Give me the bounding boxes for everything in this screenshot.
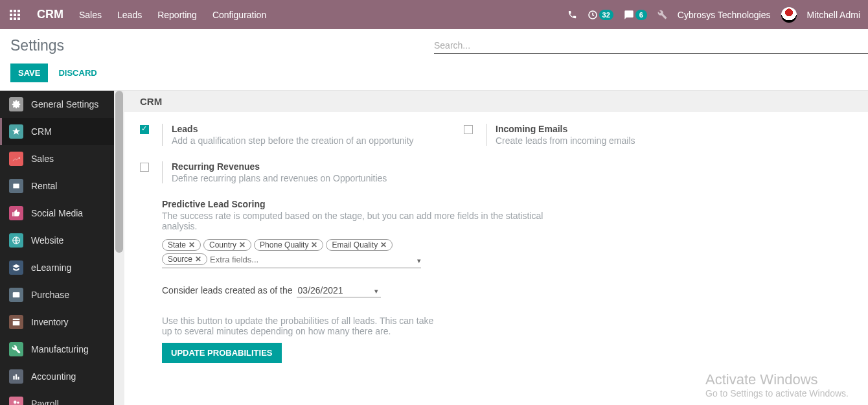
svg-rect-2 [17,10,20,12]
key-icon [9,179,23,193]
search-input[interactable] [434,38,868,53]
sidebar-item-label: Accounting [31,371,76,382]
section-header-crm: CRM [124,91,868,112]
svg-rect-16 [17,377,19,380]
chevron-down-icon[interactable]: ▾ [417,257,421,265]
sidebar-item-payroll[interactable]: Payroll [0,390,114,405]
setting-incoming-emails: Incoming Emails Create leads from incomi… [464,124,762,146]
date-input[interactable]: 03/26/2021 [297,284,381,297]
sidebar-item-crm[interactable]: CRM [0,118,114,145]
svg-rect-6 [10,17,12,20]
setting-desc: Define recurring plans and revenues on O… [172,173,438,183]
nav-reporting[interactable]: Reporting [157,10,197,20]
svg-point-18 [17,402,19,404]
checkbox-recurring[interactable] [140,163,149,172]
messages-icon[interactable]: 6 [624,10,647,20]
nav-configuration[interactable]: Configuration [212,10,266,20]
company-name[interactable]: Cybrosys Technologies [678,10,771,20]
pls-tags-input[interactable]: State✕ Country✕ Phone Quality✕ Email Qua… [162,237,421,268]
discard-button[interactable]: DISCARD [58,68,97,78]
tag-remove-icon[interactable]: ✕ [195,255,201,264]
thumbs-up-icon [9,206,23,220]
setting-desc: Create leads from incoming emails [496,135,762,146]
checkbox-leads[interactable] [140,125,149,134]
action-buttons: SAVE DISCARD [0,54,868,90]
nav-leads[interactable]: Leads [117,10,142,20]
sidebar-item-label: General Settings [31,99,98,110]
scrollbar[interactable] [114,91,124,405]
svg-rect-5 [17,14,20,16]
settings-content: CRM Leads Add a qualification step befor… [124,91,868,405]
sidebar-item-sales[interactable]: Sales [0,145,114,172]
bars-icon [9,369,23,384]
page-title: Settings [0,37,434,54]
tag-remove-icon[interactable]: ✕ [311,240,317,249]
nav-sales[interactable]: Sales [79,10,102,20]
tag-phone-quality[interactable]: Phone Quality✕ [254,239,323,251]
gear-icon [9,97,23,111]
chart-icon [9,152,23,166]
settings-sidebar: General Settings CRM Sales Rental Social… [0,91,114,405]
control-panel: Settings SAVE DISCARD [0,29,868,91]
sidebar-item-label: Purchase [31,290,69,300]
svg-point-17 [14,400,17,404]
checkbox-incoming[interactable] [464,125,473,134]
sidebar-item-website[interactable]: Website [0,227,114,254]
tag-remove-icon[interactable]: ✕ [239,240,246,249]
watermark-title: Activate Windows [705,371,849,388]
tag-email-quality[interactable]: Email Quality✕ [326,239,393,251]
sidebar-item-purchase[interactable]: Purchase [0,281,114,308]
sidebar-item-elearning[interactable]: eLearning [0,254,114,281]
tag-state[interactable]: State✕ [162,239,201,251]
activities-icon[interactable]: 32 [588,10,613,20]
app-brand[interactable]: CRM [37,8,63,21]
username[interactable]: Mitchell Admi [807,10,860,20]
tag-remove-icon[interactable]: ✕ [380,240,387,249]
sidebar-item-accounting[interactable]: Accounting [0,363,114,390]
cart-icon [9,288,23,302]
sidebar-item-label: Social Media [31,208,83,218]
save-button[interactable]: SAVE [10,64,48,82]
search-wrap [434,38,868,54]
box-icon [9,315,23,329]
setting-recurring: Recurring Revenues Define recurring plan… [140,161,438,183]
tag-remove-icon[interactable]: ✕ [188,240,195,249]
update-probabilities-button[interactable]: UPDATE PROBABILITIES [162,343,282,363]
pls-title: Predictive Lead Scoring [162,199,575,209]
extra-fields-input[interactable] [210,255,421,264]
messages-badge: 6 [635,10,647,20]
tag-country[interactable]: Country✕ [203,239,251,251]
sidebar-item-label: Manufacturing [31,344,89,354]
setting-desc: Add a qualification step before the crea… [172,135,438,146]
setting-title: Leads [172,124,438,134]
people-icon [9,397,23,405]
scrollbar-thumb[interactable] [115,91,123,253]
apps-icon[interactable] [0,10,29,20]
setting-leads: Leads Add a qualification step before th… [140,124,438,146]
sidebar-item-manufacturing[interactable]: Manufacturing [0,336,114,363]
sidebar-item-general-settings[interactable]: General Settings [0,91,114,118]
svg-rect-3 [10,14,12,16]
sidebar-item-label: Inventory [31,317,69,327]
wrench-icon [9,342,23,356]
svg-rect-13 [13,292,20,297]
debug-icon[interactable] [657,10,667,19]
phone-icon[interactable] [567,10,577,19]
pls-desc: The success rate is computed based on th… [162,211,575,231]
sidebar-item-label: Website [31,235,63,246]
topbar: CRM Sales Leads Reporting Configuration … [0,0,868,29]
sidebar-item-rental[interactable]: Rental [0,172,114,200]
top-nav: Sales Leads Reporting Configuration [79,10,567,20]
sidebar-item-label: eLearning [31,262,71,273]
settings-grid: Leads Add a qualification step before th… [124,112,868,199]
avatar[interactable] [781,7,797,23]
setting-title: Recurring Revenues [172,161,438,172]
setting-title: Incoming Emails [496,124,762,134]
sidebar-item-label: Sales [31,154,54,164]
tag-source[interactable]: Source✕ [162,253,207,265]
watermark-sub: Go to Settings to activate Windows. [705,388,849,399]
globe-icon [9,233,23,248]
sidebar-item-inventory[interactable]: Inventory [0,308,114,336]
sidebar-item-social-media[interactable]: Social Media [0,200,114,227]
handshake-icon [9,124,23,139]
